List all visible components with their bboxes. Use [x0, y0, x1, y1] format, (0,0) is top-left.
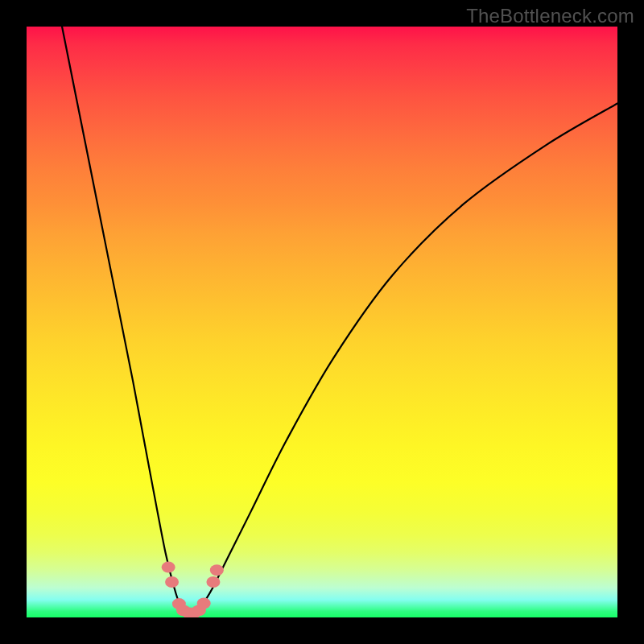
chart-overlay [27, 27, 617, 617]
marker-dot [197, 597, 211, 609]
highlight-markers [162, 562, 224, 617]
watermark-text: TheBottleneck.com [466, 5, 634, 27]
chart-frame: TheBottleneck.com [0, 0, 644, 644]
marker-dot [210, 564, 224, 576]
bottleneck-curve [62, 27, 617, 615]
marker-dot [206, 576, 220, 588]
marker-dot [165, 576, 179, 588]
plot-area [27, 27, 617, 617]
marker-dot [162, 562, 175, 573]
